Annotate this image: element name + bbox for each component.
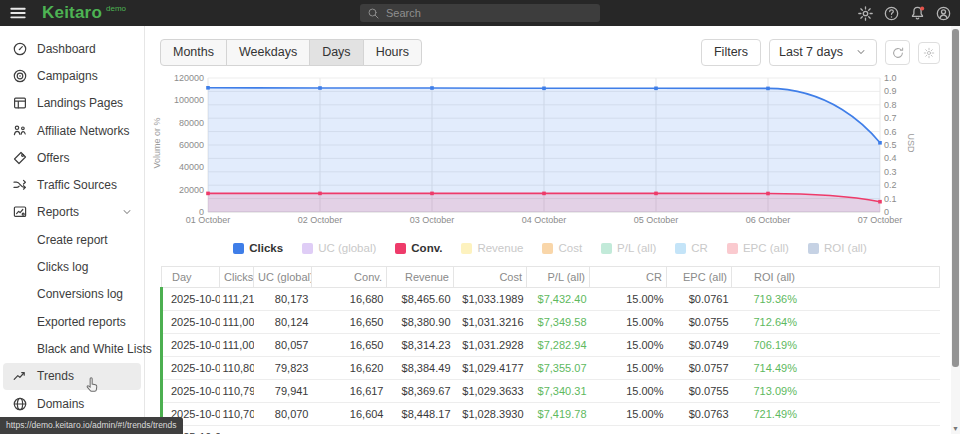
table-row[interactable]: 2025-10-04110,8079,82316,620$8,384.49$1,…	[162, 357, 940, 380]
cell-cr: 15.00%	[590, 311, 667, 334]
y-axis-tick-right: 0.1	[884, 195, 897, 204]
cell-p-l-all-: $7,282.94	[527, 334, 590, 357]
legend-item-revenue[interactable]: Revenue	[461, 242, 523, 254]
refresh-icon	[891, 46, 905, 60]
table-row[interactable]: 2025-10-05110,7979,94116,617$8,369.67$1,…	[162, 380, 940, 403]
cell-conv-: 16,620	[312, 357, 387, 380]
filters-button[interactable]: Filters	[701, 39, 761, 66]
tab-hours[interactable]: Hours	[363, 39, 422, 66]
sidebar-item-traffic-sources[interactable]: Traffic Sources	[0, 171, 144, 198]
sidebar-item-affiliate-networks[interactable]: Affiliate Networks	[0, 117, 144, 144]
gear-icon[interactable]	[857, 5, 874, 22]
col-header-p-l-all-[interactable]: P/L (all)	[527, 267, 590, 288]
col-header-epc-all-[interactable]: EPC (all)	[667, 267, 732, 288]
sidebar-item-domains[interactable]: Domains	[0, 390, 144, 417]
bell-icon[interactable]	[909, 5, 926, 22]
top-header: Keitaro demo	[0, 0, 960, 26]
legend-item-p-l-all-[interactable]: P/L (all)	[601, 242, 656, 254]
cell-clicks: 110,70	[220, 403, 254, 426]
legend-item-clicks[interactable]: Clicks	[233, 242, 283, 254]
table-row[interactable]: 2025-10-02111,0080,12416,650$8,380.90$1,…	[162, 311, 940, 334]
scrollbar-thumb[interactable]	[952, 29, 959, 367]
cell-epc-all-: $0.0761	[667, 288, 732, 311]
cell-p-l-all-: $7,340.31	[527, 380, 590, 403]
date-range-select[interactable]: Last 7 days	[769, 39, 877, 66]
trends-table: DayClicksUC (global)Conv.RevenueCostP/L …	[160, 266, 940, 434]
tab-days[interactable]: Days	[309, 39, 363, 66]
sidebar-item-campaigns[interactable]: Campaigns	[0, 62, 144, 89]
app-logo[interactable]: Keitaro	[42, 0, 102, 26]
legend-swatch	[302, 243, 313, 254]
cell-cr: 15.00%	[590, 380, 667, 403]
y-axis-tick-left: 20000	[160, 186, 204, 195]
cell-conv-: 16,650	[312, 311, 387, 334]
col-header-uc-global-[interactable]: UC (global)	[254, 267, 312, 288]
col-header-clicks[interactable]: Clicks	[220, 267, 254, 288]
report-toolbar: MonthsWeekdaysDaysHours Filters Last 7 d…	[160, 39, 940, 66]
refresh-button[interactable]	[885, 40, 910, 65]
table-row[interactable]: 2025-10-06110,7080,07016,604$8,448.17$1,…	[162, 403, 940, 426]
sidebar-item-clicks-log[interactable]: Clicks log	[0, 253, 144, 280]
legend-label: Cost	[558, 242, 582, 254]
legend-swatch	[461, 243, 472, 254]
cell-revenue: $8,448.17	[387, 403, 454, 426]
chart-settings-button[interactable]	[918, 42, 940, 64]
help-icon[interactable]	[883, 5, 900, 22]
table-row[interactable]: 2025-10-07	[162, 426, 940, 434]
legend-label: Revenue	[477, 242, 523, 254]
search-input[interactable]	[386, 7, 586, 19]
col-header-roi-all-[interactable]: ROI (all)	[732, 267, 940, 288]
chart-plot-area	[208, 78, 880, 212]
sidebar-item-landings-pages[interactable]: Landings Pages	[0, 90, 144, 117]
cell-p-l-all-: $7,349.58	[527, 311, 590, 334]
hamburger-menu-icon[interactable]	[9, 4, 27, 22]
sidebar-item-label: Trends	[37, 369, 74, 383]
table-row[interactable]: 2025-10-03111,0080,05716,650$8,314.23$1,…	[162, 334, 940, 357]
reports-icon	[12, 204, 28, 220]
table-row[interactable]: 2025-10-01111,2180,17316,680$8,465.60$1,…	[162, 288, 940, 311]
sidebar-item-label: Dashboard	[37, 42, 96, 56]
sidebar-item-label: Black and White Lists	[37, 342, 152, 356]
cell-revenue: $8,369.67	[387, 380, 454, 403]
cell-cost: $1,029.3633	[454, 380, 527, 403]
sidebar-item-conversions-log[interactable]: Conversions log	[0, 281, 144, 308]
page-scrollbar[interactable]: ▼	[951, 26, 960, 434]
date-range-value: Last 7 days	[779, 45, 843, 59]
tab-months[interactable]: Months	[160, 39, 227, 66]
cell-clicks: 111,00	[220, 311, 254, 334]
cell-conv-: 16,680	[312, 288, 387, 311]
person-icon[interactable]	[935, 5, 952, 22]
legend-item-uc-global-[interactable]: UC (global)	[302, 242, 376, 254]
x-axis-tick: 01 October	[173, 216, 243, 225]
legend-item-conv-[interactable]: Conv.	[395, 242, 442, 254]
legend-item-roi-all-[interactable]: ROI (all)	[808, 242, 867, 254]
sidebar-item-reports[interactable]: Reports	[0, 199, 144, 226]
legend-label: CR	[691, 242, 708, 254]
sidebar-item-offers[interactable]: Offers	[0, 144, 144, 171]
tab-weekdays[interactable]: Weekdays	[226, 39, 310, 66]
sidebar-item-create-report[interactable]: Create report	[0, 226, 144, 253]
scrollbar-down-arrow[interactable]: ▼	[951, 425, 960, 432]
x-axis-tick: 04 October	[509, 216, 579, 225]
col-header-conv-[interactable]: Conv.	[312, 267, 387, 288]
sidebar-item-exported-reports[interactable]: Exported reports	[0, 308, 144, 335]
sidebar-item-label: Landings Pages	[37, 96, 123, 110]
sidebar-item-trends[interactable]: Trends	[3, 363, 141, 390]
col-header-cr[interactable]: CR	[590, 267, 667, 288]
global-search[interactable]	[360, 4, 600, 22]
legend-item-cost[interactable]: Cost	[542, 242, 582, 254]
legend-item-epc-all-[interactable]: EPC (all)	[727, 242, 789, 254]
cell-roi-all-: 721.49%	[732, 403, 940, 426]
col-header-revenue[interactable]: Revenue	[387, 267, 454, 288]
legend-item-cr[interactable]: CR	[675, 242, 708, 254]
cell-conv-: 16,617	[312, 380, 387, 403]
col-header-cost[interactable]: Cost	[454, 267, 527, 288]
sidebar-item-dashboard[interactable]: Dashboard	[0, 35, 144, 62]
col-header-day[interactable]: Day	[162, 267, 220, 288]
cell-cr: 15.00%	[590, 357, 667, 380]
cell-epc-all-: $0.0763	[667, 403, 732, 426]
sidebar-item-black-and-white-lists[interactable]: Black and White Lists	[0, 335, 144, 362]
cell-day: 2025-10-01	[162, 288, 220, 311]
cell-day: 2025-10-02	[162, 311, 220, 334]
legend-swatch	[808, 243, 819, 254]
